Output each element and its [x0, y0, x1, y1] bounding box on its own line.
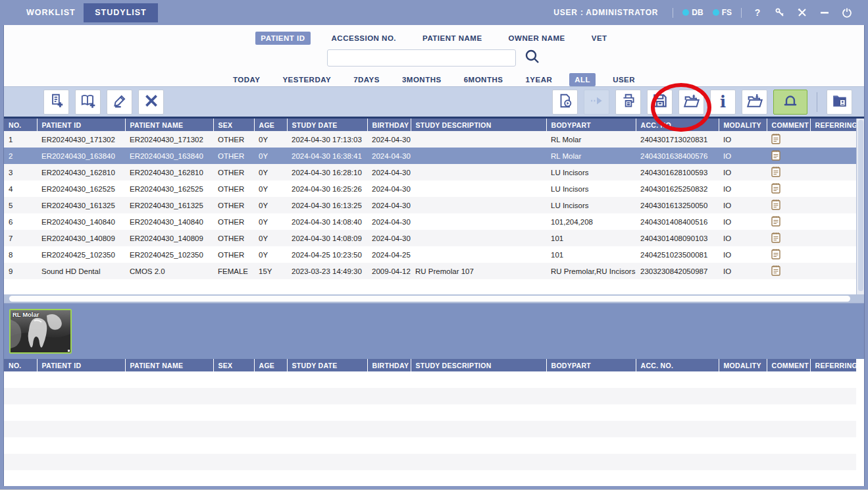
search-field-tab[interactable]: OWNER NAME [503, 32, 571, 45]
column-header[interactable]: MODALITY [719, 359, 767, 371]
vertical-scrollbar-thumb[interactable] [858, 120, 863, 291]
date-range-tab[interactable]: 1YEAR [520, 73, 557, 86]
comment-note-icon[interactable] [771, 154, 780, 162]
date-range-tab[interactable]: TODAY [228, 73, 266, 86]
column-header[interactable]: BODYPART [546, 359, 636, 371]
study-row[interactable]: 5 ER20240430_161325 ER20240430_161325 OT… [4, 197, 856, 213]
column-header[interactable]: NO. [4, 359, 37, 371]
date-range-tab[interactable]: YESTERDAY [277, 73, 336, 86]
date-range-tab[interactable]: 7DAYS [348, 73, 385, 86]
column-header[interactable]: REFERRING P [810, 359, 856, 371]
new-study-button[interactable] [43, 90, 69, 115]
edit-button[interactable] [107, 90, 132, 115]
column-header[interactable]: PATIENT ID [37, 119, 125, 131]
search-field-tab[interactable]: ACCESSION NO. [326, 32, 402, 45]
search-field-tab[interactable]: PATIENT ID [255, 32, 310, 45]
comment-note-icon[interactable] [771, 204, 780, 211]
column-header[interactable]: STUDY DESCRIPTION [411, 119, 546, 131]
horizontal-scrollbar-thumb[interactable] [9, 296, 850, 302]
study-row[interactable]: 6 ER20240430_140840 ER20240430_140840 OT… [4, 213, 856, 230]
column-header[interactable]: STUDY DATE [287, 119, 367, 131]
key-icon[interactable] [773, 7, 786, 18]
print-button[interactable] [615, 90, 641, 115]
cell-modality: IO [719, 263, 767, 279]
column-header[interactable]: REFERRING P [810, 119, 856, 131]
titlebar-separator [741, 8, 742, 18]
tab-studylist[interactable]: STUDYLIST [84, 3, 158, 22]
open-study-button[interactable] [552, 90, 578, 115]
column-header[interactable]: MODALITY [719, 119, 767, 131]
cell-age: 0Y [254, 197, 287, 213]
column-header[interactable]: STUDY DATE [287, 359, 367, 371]
info-button[interactable]: i [710, 90, 736, 115]
tab-worklist[interactable]: WORKLIST [26, 0, 76, 25]
study-row[interactable]: 2 ER20240430_163840 ER20240430_163840 OT… [4, 148, 856, 164]
cell-bodypart: RL Molar [546, 148, 636, 164]
cell-study-date: 2024-04-25 10:23:50 [287, 246, 367, 263]
minimize-icon[interactable] [818, 8, 831, 17]
tools-icon[interactable] [796, 7, 809, 18]
horizontal-scrollbar[interactable] [4, 294, 864, 303]
cell-birthday: 2024-04-30 [367, 197, 411, 213]
column-header[interactable]: ACC. NO. [636, 359, 719, 371]
study-row[interactable]: 1 ER20240430_171302 ER20240430_171302 OT… [4, 131, 856, 148]
xray-thumbnail[interactable]: RL Molar [9, 309, 72, 354]
study-row[interactable]: 4 ER20240430_162525 ER20240430_162525 OT… [4, 180, 856, 197]
comment-note-icon[interactable] [771, 187, 780, 195]
comment-note-icon[interactable] [771, 171, 780, 178]
titlebar-separator [673, 8, 673, 18]
column-header[interactable]: NO. [4, 119, 37, 131]
cell-age: 0Y [254, 180, 287, 197]
vertical-scrollbar[interactable] [856, 119, 864, 294]
patient-folder-button[interactable] [827, 90, 852, 115]
study-row[interactable]: 3 ER20240430_162810 ER20240430_162810 OT… [4, 164, 856, 180]
column-header[interactable]: PATIENT NAME [125, 119, 213, 131]
cell-sex: OTHER [213, 164, 254, 180]
cell-study-description [411, 230, 546, 246]
save-button[interactable] [647, 90, 673, 115]
column-header[interactable]: PATIENT ID [37, 359, 125, 371]
search-field-tab[interactable]: VET [586, 32, 613, 45]
cell-no: 8 [4, 246, 37, 263]
toolbar: i [4, 86, 864, 119]
comment-note-icon[interactable] [771, 220, 780, 228]
power-icon[interactable] [840, 7, 854, 18]
column-header[interactable]: ACC. NO. [636, 119, 719, 131]
column-header[interactable]: COMMENT [767, 119, 810, 131]
column-header[interactable]: BIRTHDAY [367, 119, 411, 131]
study-row[interactable]: 9 Sound HD Dental CMOS 2.0 FEMALE 15Y 20… [4, 263, 856, 279]
date-range-tab[interactable]: ALL [569, 73, 596, 86]
column-header[interactable]: SEX [213, 119, 254, 131]
export-button[interactable] [678, 90, 704, 115]
column-header[interactable]: BIRTHDAY [367, 359, 411, 371]
cell-bodypart: 101,204,208 [546, 213, 636, 230]
column-header[interactable]: COMMENT [767, 359, 810, 371]
column-header[interactable]: AGE [254, 359, 287, 371]
cell-bodypart: LU Incisors [546, 197, 636, 213]
search-input[interactable] [327, 49, 516, 67]
date-range-tab[interactable]: USER [607, 73, 640, 86]
date-range-tab[interactable]: 6MONTHS [459, 73, 509, 86]
cell-comment [767, 246, 810, 263]
column-header[interactable]: AGE [254, 119, 287, 131]
import-button[interactable] [742, 90, 767, 115]
send-button[interactable] [584, 90, 609, 115]
comment-note-icon[interactable] [771, 138, 780, 146]
alarm-button[interactable] [773, 90, 807, 115]
search-icon[interactable] [524, 48, 541, 68]
cell-study-description [411, 213, 546, 230]
delete-button[interactable] [138, 90, 164, 115]
column-header[interactable]: BODYPART [546, 119, 636, 131]
comment-note-icon[interactable] [771, 236, 780, 244]
column-header[interactable]: SEX [213, 359, 254, 371]
date-range-tab[interactable]: 3MONTHS [397, 73, 447, 86]
help-icon[interactable]: ? [751, 7, 764, 18]
column-header[interactable]: PATIENT NAME [125, 359, 213, 371]
search-field-tab[interactable]: PATIENT NAME [417, 32, 488, 45]
add-book-button[interactable] [75, 90, 101, 115]
comment-note-icon[interactable] [771, 269, 780, 277]
column-header[interactable]: STUDY DESCRIPTION [411, 359, 546, 371]
study-row[interactable]: 7 ER20240430_140809 ER20240430_140809 OT… [4, 230, 856, 246]
study-row[interactable]: 8 ER20240425_102350 ER20240425_102350 OT… [4, 246, 856, 263]
comment-note-icon[interactable] [771, 253, 780, 261]
